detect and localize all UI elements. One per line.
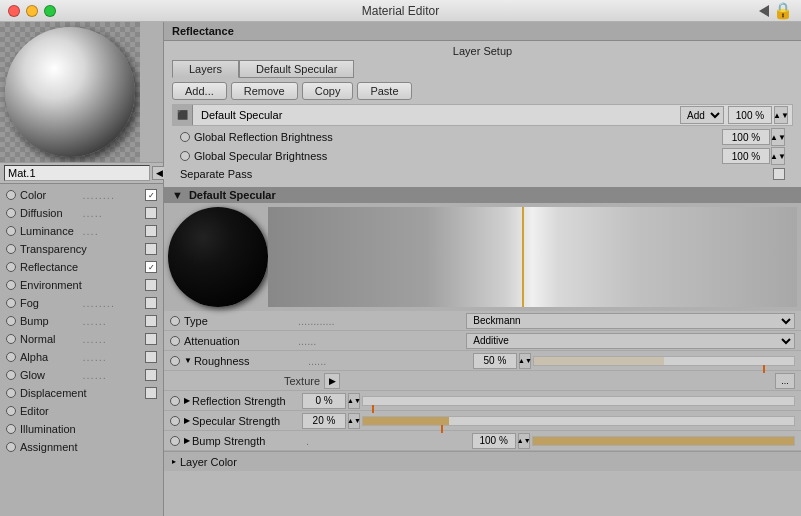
minimize-button[interactable] — [26, 5, 38, 17]
channel-check-normal[interactable] — [145, 333, 157, 345]
channel-radio-fog[interactable] — [6, 298, 16, 308]
channel-glow[interactable]: Glow ...... — [0, 366, 163, 384]
prop-attenuation-radio[interactable] — [170, 336, 180, 346]
channel-transparency[interactable]: Transparency — [0, 240, 163, 258]
maximize-button[interactable] — [44, 5, 56, 17]
roughness-expand-icon[interactable]: ▼ — [184, 356, 192, 365]
channel-radio-assignment[interactable] — [6, 442, 16, 452]
global-specular-input[interactable] — [722, 148, 770, 164]
channel-assignment[interactable]: Assignment — [0, 438, 163, 456]
channel-radio-glow[interactable] — [6, 370, 16, 380]
channel-radio-transparency[interactable] — [6, 244, 16, 254]
close-button[interactable] — [8, 5, 20, 17]
specular-strength-bar — [362, 416, 795, 426]
channel-diffusion[interactable]: Diffusion ..... — [0, 204, 163, 222]
layer-item-default-specular[interactable]: ⬛ Default Specular Add ▲▼ — [172, 104, 793, 126]
texture-browse-button[interactable]: ... — [775, 373, 795, 389]
channel-check-displacement[interactable] — [145, 387, 157, 399]
global-specular-radio[interactable] — [180, 151, 190, 161]
channel-check-fog[interactable] — [145, 297, 157, 309]
channel-radio-editor[interactable] — [6, 406, 16, 416]
texture-label: Texture — [284, 375, 320, 387]
global-reflection-row: Global Reflection Brightness ▲▼ — [172, 128, 793, 146]
channel-luminance[interactable]: Luminance .... — [0, 222, 163, 240]
copy-button[interactable]: Copy — [302, 82, 354, 100]
channel-check-luminance[interactable] — [145, 225, 157, 237]
channel-radio-diffusion[interactable] — [6, 208, 16, 218]
channel-normal[interactable]: Normal ...... — [0, 330, 163, 348]
prop-bump-radio[interactable] — [170, 436, 180, 446]
prop-roughness-input[interactable] — [473, 353, 517, 369]
reflection-expand-icon[interactable]: ▶ — [184, 396, 190, 405]
channel-check-environment[interactable] — [145, 279, 157, 291]
prop-attenuation-select[interactable]: Additive — [466, 333, 795, 349]
channel-fog[interactable]: Fog ........ — [0, 294, 163, 312]
separate-pass-label: Separate Pass — [180, 168, 252, 180]
channel-alpha[interactable]: Alpha ...... — [0, 348, 163, 366]
channel-environment[interactable]: Environment — [0, 276, 163, 294]
bump-expand-icon[interactable]: ▶ — [184, 436, 190, 445]
channel-check-reflectance[interactable] — [145, 261, 157, 273]
material-name-input[interactable]: Mat.1 — [4, 165, 150, 181]
prop-specular-input[interactable] — [302, 413, 346, 429]
prop-bump-input[interactable] — [472, 433, 516, 449]
channel-radio-illumination[interactable] — [6, 424, 16, 434]
channel-radio-bump[interactable] — [6, 316, 16, 326]
channel-label-displacement: Displacement — [20, 387, 141, 399]
prop-type-radio[interactable] — [170, 316, 180, 326]
global-specular-spinner[interactable]: ▲▼ — [771, 147, 785, 165]
separate-pass-checkbox[interactable] — [773, 168, 785, 180]
channel-check-transparency[interactable] — [145, 243, 157, 255]
channel-check-color[interactable] — [145, 189, 157, 201]
global-reflection-radio[interactable] — [180, 132, 190, 142]
paste-button[interactable]: Paste — [357, 82, 411, 100]
specular-expand-icon[interactable]: ▶ — [184, 416, 190, 425]
layer-opacity-input[interactable] — [728, 106, 772, 124]
prop-reflection-spinner[interactable]: ▲▼ — [348, 393, 360, 409]
prop-bump-spinner[interactable]: ▲▼ — [518, 433, 530, 449]
prop-reflection-input[interactable] — [302, 393, 346, 409]
channel-label-illumination: Illumination — [20, 423, 157, 435]
channel-radio-color[interactable] — [6, 190, 16, 200]
channel-check-glow[interactable] — [145, 369, 157, 381]
channel-radio-displacement[interactable] — [6, 388, 16, 398]
prop-specular-radio[interactable] — [170, 416, 180, 426]
channel-color[interactable]: Color ........ — [0, 186, 163, 204]
global-reflection-input[interactable] — [722, 129, 770, 145]
back-arrow-icon[interactable] — [759, 5, 769, 17]
channel-bump[interactable]: Bump ...... — [0, 312, 163, 330]
lock-icon[interactable]: 🔒 — [773, 1, 793, 20]
global-reflection-spinner[interactable]: ▲▼ — [771, 128, 785, 146]
texture-arrow-button[interactable]: ▶ — [324, 373, 340, 389]
channel-radio-alpha[interactable] — [6, 352, 16, 362]
tab-layers[interactable]: Layers — [172, 60, 239, 78]
channel-radio-reflectance[interactable] — [6, 262, 16, 272]
layer-mode-select[interactable]: Add — [680, 106, 724, 124]
prop-specular-spinner[interactable]: ▲▼ — [348, 413, 360, 429]
window-controls — [0, 5, 56, 17]
channel-label-normal: Normal — [20, 333, 79, 345]
channel-check-alpha[interactable] — [145, 351, 157, 363]
tab-default-specular[interactable]: Default Specular — [239, 60, 354, 78]
prop-roughness-radio[interactable] — [170, 356, 180, 366]
channel-editor[interactable]: Editor — [0, 402, 163, 420]
prop-roughness-spinner[interactable]: ▲▼ — [519, 353, 531, 369]
channel-check-bump[interactable] — [145, 315, 157, 327]
global-specular-label: Global Specular Brightness — [194, 150, 718, 162]
prop-reflection-radio[interactable] — [170, 396, 180, 406]
channel-radio-luminance[interactable] — [6, 226, 16, 236]
layer-color-row[interactable]: ▸ Layer Color — [164, 451, 801, 471]
remove-button[interactable]: Remove — [231, 82, 298, 100]
layer-opacity-spinner[interactable]: ▲▼ — [774, 106, 788, 124]
prop-type-select[interactable]: Beckmann — [466, 313, 795, 329]
channel-illumination[interactable]: Illumination — [0, 420, 163, 438]
channel-check-diffusion[interactable] — [145, 207, 157, 219]
action-buttons-row: Add... Remove Copy Paste — [172, 82, 793, 100]
channel-radio-normal[interactable] — [6, 334, 16, 344]
channel-radio-environment[interactable] — [6, 280, 16, 290]
specular-collapse-arrow[interactable]: ▼ — [172, 189, 183, 201]
channel-reflectance[interactable]: Reflectance — [0, 258, 163, 276]
channel-displacement[interactable]: Displacement — [0, 384, 163, 402]
channel-label-transparency: Transparency — [20, 243, 87, 255]
add-button[interactable]: Add... — [172, 82, 227, 100]
